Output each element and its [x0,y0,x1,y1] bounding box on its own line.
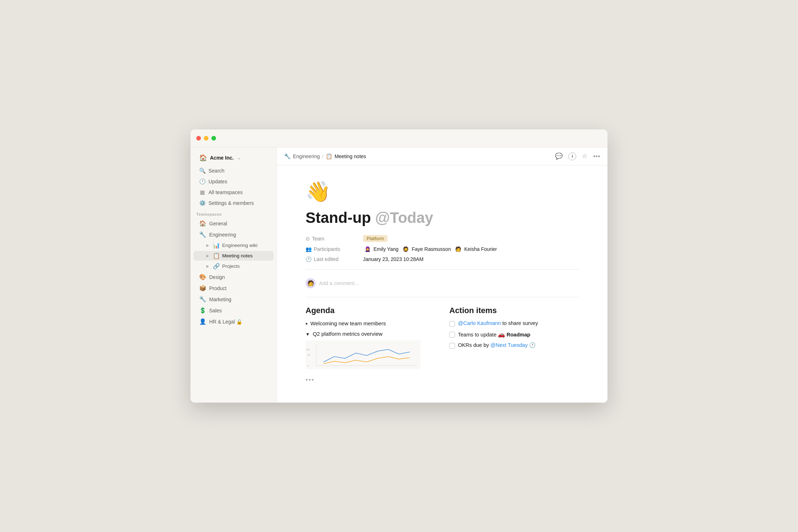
comment-row[interactable]: 🧑 Add a comment... [306,275,579,291]
sidebar-general-label: General [209,221,227,226]
sidebar-item-search[interactable]: 🔍 Search [193,166,274,176]
participant-1-name: Emily Yang [373,246,399,252]
agenda-item-2-text: Q2 platform metrics overview [313,331,382,337]
sidebar-all-teamspaces-label: All teamspaces [208,189,243,195]
checkbox-2[interactable] [449,332,455,338]
sidebar-item-meeting-notes[interactable]: ▶ 📋 Meeting notes [193,251,274,261]
page-content: 👋 Stand-up @Today ⊙ Team Platform [277,165,607,403]
sidebar-item-sales[interactable]: 💲 Sales [193,305,274,316]
sales-icon: 💲 [199,307,206,314]
action-item-3-prefix: OKRs due by [458,342,490,348]
sidebar-item-design[interactable]: 🎨 Design [193,272,274,282]
sidebar-item-engineering[interactable]: 🔧 Engineering [193,229,274,240]
page-properties: ⊙ Team Platform 👥 Participants [306,235,579,262]
clock-small-icon: 🕐 [306,256,312,262]
property-team: ⊙ Team Platform [306,235,579,242]
design-icon: 🎨 [199,274,206,280]
sidebar-product-label: Product [209,285,226,291]
participants-icon: 👥 [306,246,312,252]
team-value[interactable]: Platform [363,235,387,242]
agenda-column: Agenda • Welcoming new team members ▼ Q2… [306,306,435,384]
participant-3[interactable]: 🧑 Keisha Fourier [454,245,497,253]
action-item-3: OKRs due by @Next Tuesday 🕐 [449,342,579,349]
bullet-icon-1: • [306,321,308,327]
sidebar-wiki-label: Engineering wiki [222,243,257,248]
breadcrumb-page-name: Meeting notes [335,153,366,159]
sidebar-engineering-label: Engineering [209,232,236,238]
breadcrumb: 🔧 Engineering / 📋 Meeting notes [284,153,366,160]
sidebar-item-engineering-wiki[interactable]: ▶ 📊 Engineering wiki [193,240,274,250]
sidebar-item-product[interactable]: 📦 Product [193,283,274,293]
chart-placeholder: 0 50 100 [306,340,435,369]
workspace-chevron-icon: ⌄ [237,155,241,160]
sidebar-marketing-label: Marketing [209,297,231,302]
participants-label: 👥 Participants [306,246,363,252]
sidebar-meeting-notes-label: Meeting notes [222,253,253,258]
more-button[interactable]: ••• [593,153,600,160]
sidebar-item-marketing[interactable]: 🔧 Marketing [193,294,274,304]
participant-1[interactable]: 🧕 Emily Yang [363,245,399,253]
last-edited-label-text: Last edited [314,256,339,262]
participant-2-name: Faye Rasmusson [412,246,451,252]
svg-text:100: 100 [306,348,310,351]
divider-1 [306,269,579,270]
breadcrumb-workspace-icon: 🔧 [284,153,291,160]
workspace-icon: 🏠 [199,154,207,162]
roadmap-label: Roadmap [506,332,530,338]
sidebar-item-hr-legal[interactable]: 👤 HR & Legal 🔒 [193,316,274,327]
maximize-button[interactable] [211,136,216,141]
app-window: 🏠 Acme Inc. ⌄ 🔍 Search 🕐 Updates ▦ All t… [191,129,607,403]
sidebar-settings-label: Settings & members [208,200,254,206]
comment-button[interactable]: 💬 [555,152,563,160]
action-items-column: Action items @Carlo Kaufmann to share su… [449,306,579,384]
mention-carlo: @Carlo Kaufmann [458,320,501,326]
projects-icon: 🔗 [213,263,220,270]
teamspaces-section-label: Teamspaces [191,208,276,218]
sidebar-design-label: Design [209,274,225,280]
marketing-icon: 🔧 [199,296,206,303]
minimize-button[interactable] [204,136,208,141]
ellipsis-indicator: ••• [306,376,435,384]
workspace-selector[interactable]: 🏠 Acme Inc. ⌄ [193,152,274,164]
last-edited-date: January 23, 2023 10:28AM [363,256,423,262]
page-title-main: Stand-up [306,209,371,226]
sidebar-item-updates[interactable]: 🕐 Updates [193,176,274,187]
sidebar-search-label: Search [208,168,224,174]
topbar: 🔧 Engineering / 📋 Meeting notes 💬 i ☆ ••… [277,147,607,165]
general-icon: 🏠 [199,220,206,227]
agenda-title: Agenda [306,306,435,315]
topbar-actions: 💬 i ☆ ••• [555,152,600,160]
sidebar-item-settings[interactable]: ⚙️ Settings & members [193,198,274,208]
triangle-icon: ▼ [306,332,310,337]
comment-avatar: 🧑 [306,278,316,288]
mention-next-tuesday: @Next Tuesday [490,342,527,348]
participant-2[interactable]: 🧔 Faye Rasmusson [402,245,451,253]
svg-text:0: 0 [307,364,309,367]
comment-placeholder: Add a comment... [319,280,359,286]
breadcrumb-separator: / [322,153,324,159]
info-button[interactable]: i [568,152,576,160]
sidebar-item-all-teamspaces[interactable]: ▦ All teamspaces [193,187,274,197]
checkbox-1[interactable] [449,321,455,327]
traffic-lights [196,136,216,141]
close-button[interactable] [196,136,201,141]
checkbox-3[interactable] [449,343,455,349]
sidebar-projects-label: Projects [222,263,240,269]
roadmap-badge: 🚗 Roadmap [498,331,530,338]
sidebar-item-projects[interactable]: ▶ 🔗 Projects [193,261,274,271]
action-item-3-clock: 🕐 [529,342,536,348]
property-last-edited: 🕐 Last edited January 23, 2023 10:28AM [306,256,579,262]
participants-value: 🧕 Emily Yang 🧔 Faye Rasmusson 🧑 Keisha F… [363,245,497,253]
action-item-1-suffix: to share survey [503,320,538,326]
action-item-2-prefix: Teams to update [458,332,498,338]
star-button[interactable]: ☆ [582,152,587,160]
chevron-down-icon: ▶ [206,254,211,258]
action-item-1: @Carlo Kaufmann to share survey [449,320,579,327]
team-icon: ⊙ [306,236,310,242]
clock-icon: 🕐 [199,178,206,185]
engineering-icon: 🔧 [199,231,206,238]
gear-icon: ⚙️ [199,200,206,206]
sidebar-item-general[interactable]: 🏠 General [193,218,274,229]
car-icon: 🚗 [498,331,505,338]
search-icon: 🔍 [199,168,206,174]
